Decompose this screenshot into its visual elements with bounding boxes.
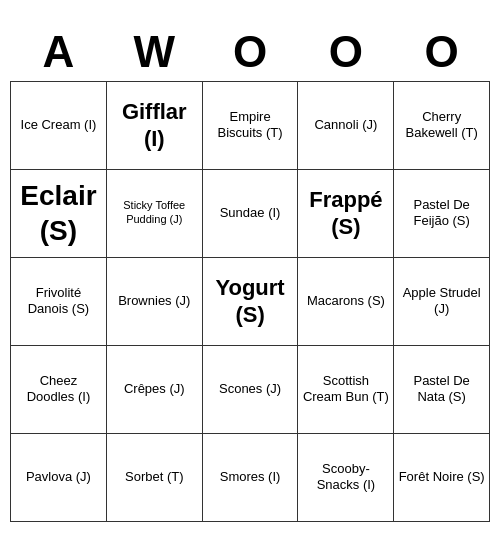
cell-r3-c2: Scones (J) [202,345,298,433]
cell-r1-c3: Frappé (S) [298,169,394,257]
cell-r2-c2: Yogurt (S) [202,257,298,345]
cell-r1-c4: Pastel De Feijão (S) [394,169,490,257]
cell-r0-c3: Cannoli (J) [298,81,394,169]
cell-r0-c2: Empire Biscuits (T) [202,81,298,169]
bingo-card: AWOOO Ice Cream (I)Gifflar (I)Empire Bis… [10,23,490,522]
cell-r4-c1: Sorbet (T) [106,433,202,521]
cell-r2-c1: Brownies (J) [106,257,202,345]
cell-r2-c4: Apple Strudel (J) [394,257,490,345]
cell-r4-c3: Scooby-Snacks (I) [298,433,394,521]
cell-r3-c0: Cheez Doodles (I) [11,345,107,433]
cell-r1-c0: Eclair (S) [11,169,107,257]
cell-r1-c1: Sticky Toffee Pudding (J) [106,169,202,257]
header-col-2: O [202,23,298,82]
cell-r4-c0: Pavlova (J) [11,433,107,521]
cell-r1-c2: Sundae (I) [202,169,298,257]
cell-r2-c0: Frivolité Danois (S) [11,257,107,345]
cell-r0-c1: Gifflar (I) [106,81,202,169]
cell-r3-c4: Pastel De Nata (S) [394,345,490,433]
header-col-4: O [394,23,490,82]
cell-r4-c4: Forêt Noire (S) [394,433,490,521]
cell-r2-c3: Macarons (S) [298,257,394,345]
header-col-0: A [11,23,107,82]
cell-r4-c2: Smores (I) [202,433,298,521]
cell-r0-c0: Ice Cream (I) [11,81,107,169]
cell-r3-c1: Crêpes (J) [106,345,202,433]
header-col-3: O [298,23,394,82]
header-col-1: W [106,23,202,82]
cell-r0-c4: Cherry Bakewell (T) [394,81,490,169]
cell-r3-c3: Scottish Cream Bun (T) [298,345,394,433]
